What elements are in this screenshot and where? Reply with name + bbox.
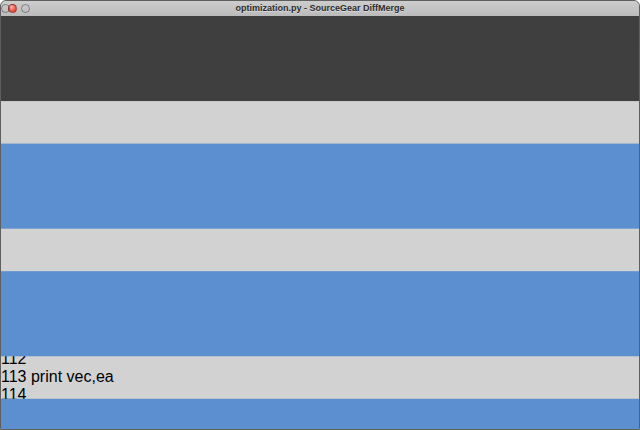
show-all-lines-icon bbox=[1, 16, 639, 430]
toolbar: # ¶ ✂ ↶ ↷ → ↓ ↑ bbox=[1, 16, 639, 430]
window-title: optimization.py - SourceGear DiffMerge bbox=[1, 3, 639, 13]
window-chrome: optimization.py - SourceGear DiffMerge #… bbox=[1, 1, 639, 43]
show-all-lines-button[interactable] bbox=[1, 16, 639, 430]
diffmerge-window: optimization.py - SourceGear DiffMerge #… bbox=[0, 0, 640, 430]
title-bar[interactable]: optimization.py - SourceGear DiffMerge bbox=[1, 1, 639, 16]
